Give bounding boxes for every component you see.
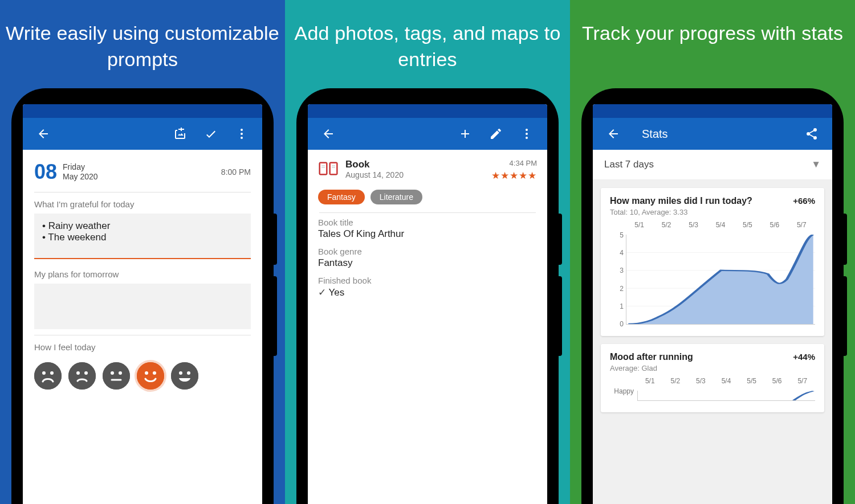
field-label: Book title [318, 218, 537, 227]
mood-selector [23, 357, 262, 395]
promo-panel-1: Write easily using customizable prompts … [0, 0, 285, 504]
phone-frame: Book August 14, 2020 4:34 PM ★★★★★ Fanta… [296, 88, 559, 504]
range-value: Last 7 days [604, 159, 654, 170]
field-value: Tales Of King Arthur [318, 228, 537, 240]
card-subtitle: Total: 10, Average: 3.33 [610, 208, 815, 216]
dropdown-arrow-icon: ▼ [811, 159, 821, 170]
mood-option-happy[interactable] [137, 362, 164, 390]
promo-panel-2: Add photos, tags, and maps to entries Bo… [285, 0, 570, 504]
field-value: Yes [318, 286, 537, 298]
month-year: May 2020 [63, 172, 97, 182]
chart-x-labels: 5/15/25/35/45/55/65/7 [610, 221, 815, 229]
svg-point-20 [526, 133, 528, 135]
edit-button[interactable] [488, 126, 504, 142]
range-dropdown[interactable]: Last 7 days ▼ [593, 150, 832, 180]
svg-rect-25 [331, 163, 336, 174]
day-number: 08 [34, 160, 57, 184]
panel-caption: Track your progress with stats [582, 21, 843, 47]
mood-option-very-happy[interactable] [171, 362, 198, 390]
svg-point-6 [68, 362, 96, 390]
svg-point-21 [526, 137, 528, 139]
panel-caption: Add photos, tags, and maps to entries [285, 21, 570, 73]
day-of-week: Friday [63, 162, 97, 173]
panel-caption: Write easily using customizable prompts [0, 21, 285, 73]
tag-chip[interactable]: Literature [370, 190, 422, 204]
prompt-label: What I'm grateful for today [23, 192, 262, 214]
entry-time: 8:00 PM [221, 167, 251, 177]
page-title: Stats [642, 128, 793, 141]
card-percent: +44% [793, 352, 815, 362]
svg-point-3 [34, 362, 62, 390]
status-bar [593, 104, 832, 118]
entry-title: Book [345, 159, 404, 170]
app-bar: Stats [593, 118, 832, 150]
svg-point-5 [50, 371, 54, 375]
overflow-menu-button[interactable] [234, 126, 250, 142]
svg-point-1 [241, 133, 243, 135]
mood-chart: Happy [610, 387, 815, 404]
status-bar [308, 104, 547, 118]
promo-panel-3: Track your progress with stats Stats Las… [570, 0, 855, 504]
prompt-label: How I feel today [23, 335, 262, 357]
card-title: How many miles did I run today? [610, 196, 752, 206]
field-value: Fantasy [318, 257, 537, 269]
card-subtitle: Average: Glad [610, 364, 815, 372]
share-button[interactable] [804, 126, 820, 142]
phone-frame: Stats Last 7 days ▼ How many miles did I… [581, 88, 844, 504]
svg-point-19 [526, 129, 528, 131]
stats-card-miles[interactable]: How many miles did I run today? +66% Tot… [601, 188, 824, 336]
svg-point-18 [187, 371, 190, 375]
svg-point-8 [84, 371, 88, 375]
card-title: Mood after running [610, 352, 693, 362]
status-bar [23, 104, 262, 118]
phone-frame: 08 Friday May 2020 8:00 PM What I'm grat… [11, 88, 274, 504]
area-chart: 543210 [610, 231, 815, 328]
back-button[interactable] [320, 126, 336, 142]
svg-point-10 [111, 371, 114, 375]
date-header[interactable]: 08 Friday May 2020 8:00 PM [23, 150, 262, 192]
back-button[interactable] [35, 126, 51, 142]
book-icon [318, 159, 339, 179]
svg-point-11 [119, 371, 122, 375]
overflow-menu-button[interactable] [519, 126, 535, 142]
tag-chip[interactable]: Fantasy [318, 190, 365, 204]
chart-x-labels: 5/15/25/35/45/55/65/7 [610, 377, 815, 385]
svg-point-13 [137, 362, 164, 390]
svg-point-2 [241, 137, 243, 139]
field-label: Finished book [318, 276, 537, 285]
mood-option-sad[interactable] [68, 362, 96, 390]
prompt-input-grateful[interactable]: • Rainy weather • The weekend [34, 214, 251, 259]
svg-rect-24 [320, 163, 326, 174]
field-label: Book genre [318, 247, 537, 256]
mood-option-neutral[interactable] [103, 362, 130, 390]
app-bar [308, 118, 547, 150]
app-bar [23, 118, 262, 150]
svg-point-15 [153, 371, 156, 375]
prompt-label: My plans for tomorrow [23, 263, 262, 284]
stats-card-mood[interactable]: Mood after running +44% Average: Glad 5/… [601, 344, 824, 412]
svg-point-16 [171, 362, 198, 390]
back-button[interactable] [605, 126, 621, 142]
entry-date: August 14, 2020 [345, 170, 404, 179]
prompt-input-plans[interactable] [34, 284, 251, 329]
entry-time: 4:34 PM [491, 159, 537, 167]
svg-point-7 [76, 371, 80, 375]
svg-point-0 [241, 129, 243, 131]
svg-point-17 [179, 371, 182, 375]
svg-point-14 [145, 371, 148, 375]
add-image-button[interactable] [172, 126, 188, 142]
card-percent: +66% [793, 196, 815, 206]
svg-point-4 [42, 371, 46, 375]
tags-row: Fantasy Literature [308, 187, 547, 212]
svg-point-9 [103, 362, 130, 390]
rating-stars[interactable]: ★★★★★ [491, 170, 537, 182]
mood-option-very-sad[interactable] [34, 362, 62, 390]
confirm-button[interactable] [203, 126, 219, 142]
add-button[interactable] [457, 126, 473, 142]
